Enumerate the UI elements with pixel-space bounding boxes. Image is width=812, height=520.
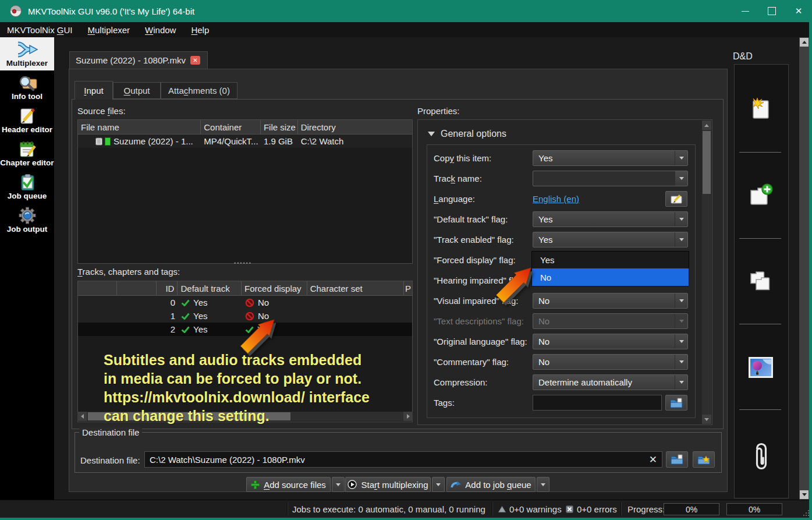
col-directory[interactable]: Directory	[298, 120, 412, 134]
vscrollbar-thumb[interactable]	[703, 131, 711, 194]
tags-label: Tags:	[434, 398, 455, 408]
source-files-label: Source files:	[77, 106, 126, 116]
original-language-flag-dropdown[interactable]: No	[533, 334, 688, 349]
sidebar-item-chapter-editor[interactable]: Chapter editor	[0, 137, 54, 170]
triangle-up-icon	[704, 124, 709, 127]
sidebar-item-header-editor[interactable]: Header editor	[0, 104, 54, 137]
clear-icon[interactable]: ✕	[649, 454, 657, 466]
commentary-flag-dropdown[interactable]: No	[533, 354, 688, 370]
add-folder-icon[interactable]	[747, 182, 774, 208]
menu-help[interactable]: Help	[191, 25, 209, 35]
menu-multiplexer[interactable]: Multiplexer	[88, 25, 130, 35]
scroll-left-button[interactable]	[77, 412, 87, 421]
sidebar-item-job-output[interactable]: Job output	[0, 203, 54, 236]
add-source-files-menu-button[interactable]	[332, 477, 345, 492]
tab-output[interactable]: Output	[113, 82, 161, 99]
track-enabled-flag-dropdown[interactable]: Yes	[533, 232, 688, 247]
scroll-down-button[interactable]	[800, 490, 809, 499]
option-no-highlighted[interactable]: No	[532, 268, 689, 286]
col-forced-display[interactable]: Forced display	[242, 281, 307, 295]
option-yes[interactable]: Yes	[532, 252, 689, 268]
annotation-line-3: https://mkvtoolnix.download/ interface	[104, 389, 370, 406]
col-blank-1[interactable]	[78, 281, 117, 295]
add-to-job-queue-menu-button[interactable]	[537, 477, 549, 492]
splitter-handle[interactable]: ••••••	[234, 260, 252, 266]
menu-mkvtoolnix-gui[interactable]: MKVToolNix GUI	[7, 25, 73, 35]
col-character-set[interactable]: Character set	[307, 281, 404, 295]
chapter-editor-icon	[16, 140, 39, 158]
source-files-table[interactable]: File name Container File size Directory …	[77, 119, 413, 264]
window-border-right	[809, 22, 812, 518]
tab-attachments[interactable]: Attachments (0)	[161, 82, 237, 99]
scroll-right-button[interactable]	[403, 412, 413, 421]
text-descriptions-flag-label: "Text descriptions" flag:	[434, 316, 524, 326]
annotation-arrow-icon	[491, 266, 533, 309]
source-files-header: File name Container File size Directory	[78, 120, 412, 135]
header-editor-icon	[16, 107, 39, 125]
edit-language-button[interactable]	[665, 191, 687, 207]
copy-files-icon[interactable]	[747, 268, 774, 293]
track-enabled-flag-label: "Track enabled" flag:	[434, 235, 514, 245]
source-file-row[interactable]: Suzume (2022) - 1... MP4/QuickT... 1.9 G…	[78, 135, 412, 148]
menubar: MKVToolNix GUI Multiplexer Window Help	[0, 22, 812, 37]
collapse-triangle-icon[interactable]	[428, 132, 435, 136]
language-link[interactable]: English (en)	[533, 194, 579, 204]
folder-star-icon	[697, 454, 710, 465]
scroll-down-button[interactable]	[702, 415, 711, 424]
job-output-icon	[16, 207, 39, 224]
menu-window[interactable]: Window	[145, 25, 176, 35]
col-truncated[interactable]: P	[404, 281, 412, 295]
col-file-name[interactable]: File name	[78, 120, 201, 134]
triangle-down-icon	[704, 418, 709, 421]
document-tab[interactable]: Suzume (2022) - 1080P.mkv ✕	[69, 51, 208, 69]
sidebar-item-job-queue[interactable]: Job queue	[0, 170, 54, 203]
triangle-right-icon	[407, 414, 410, 419]
paperclip-icon[interactable]	[751, 440, 772, 473]
col-container[interactable]: Container	[201, 120, 261, 134]
default-track-flag-dropdown[interactable]: Yes	[533, 211, 688, 227]
add-to-job-queue-button[interactable]: Add to job queue	[446, 477, 536, 492]
visual-impaired-flag-dropdown[interactable]: No	[533, 293, 688, 309]
commentary-flag-label: "Commentary" flag:	[434, 357, 509, 367]
sidebar-item-multiplexer[interactable]: Multiplexer	[0, 37, 54, 70]
tab-input[interactable]: Input	[75, 81, 113, 100]
chevron-down-icon	[679, 381, 684, 384]
compression-dropdown[interactable]: Determine automatically	[533, 374, 688, 390]
queue-arrow-icon	[451, 480, 461, 489]
separator	[739, 152, 781, 153]
warning-icon	[498, 506, 506, 512]
start-multiplexing-button[interactable]: Start multiplexing	[345, 477, 431, 492]
col-default-track[interactable]: Default track	[178, 281, 242, 295]
col-file-size[interactable]: File size	[261, 120, 298, 134]
maximize-button[interactable]	[758, 0, 785, 22]
general-options-header[interactable]: General options	[441, 129, 506, 139]
start-multiplexing-menu-button[interactable]	[432, 477, 445, 492]
sidebar-item-info-tool[interactable]: Info tool	[0, 70, 54, 104]
tags-input[interactable]	[533, 395, 662, 411]
tab-close-icon[interactable]: ✕	[190, 56, 200, 65]
close-button[interactable]: ✕	[785, 0, 812, 22]
separator	[492, 502, 493, 516]
window-vscrollbar[interactable]	[799, 37, 809, 500]
photo-icon[interactable]	[749, 357, 773, 378]
col-blank-2[interactable]	[117, 281, 157, 295]
dnd-label: D&D	[733, 51, 753, 62]
favorite-destination-button[interactable]	[693, 451, 715, 468]
scroll-up-button[interactable]	[702, 121, 711, 130]
destination-file-input[interactable]: C:\2 Watch\Suzume (2022) - 1080P.mkv ✕	[144, 451, 662, 468]
tracks-header: ID Default track Forced display Characte…	[78, 281, 412, 296]
chevron-down-icon	[679, 238, 684, 241]
copy-this-item-dropdown[interactable]: Yes	[533, 150, 688, 166]
scroll-up-button[interactable]	[800, 38, 809, 47]
new-file-icon[interactable]	[747, 97, 774, 122]
track-row-0[interactable]: 0 Yes No	[78, 296, 412, 309]
chevron-down-icon	[436, 483, 441, 486]
browse-destination-button[interactable]	[666, 451, 688, 468]
browse-tags-button[interactable]	[665, 395, 687, 411]
destination-group-label: Destination file	[79, 427, 142, 437]
add-source-files-button[interactable]: Add source files	[246, 477, 331, 492]
minimize-button[interactable]	[732, 0, 758, 22]
track-name-combobox[interactable]	[533, 171, 688, 186]
check-icon	[181, 313, 190, 320]
col-id[interactable]: ID	[157, 281, 178, 295]
